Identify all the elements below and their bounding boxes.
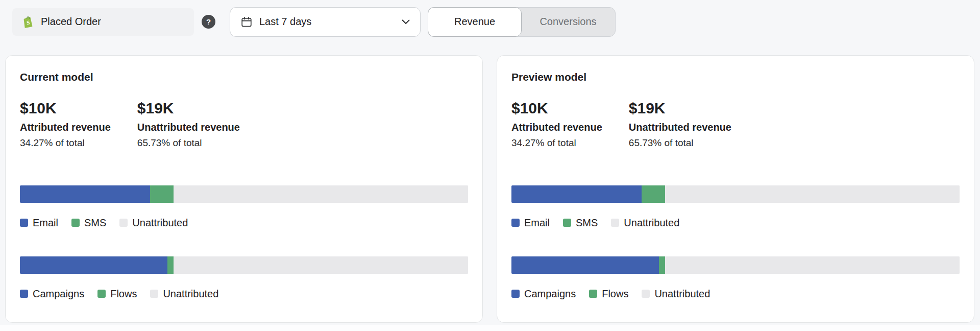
legend-label: Email xyxy=(33,217,58,229)
attributed-revenue-metric: $10K Attributed revenue 34.27% of total xyxy=(511,100,602,149)
metric-value: $10K xyxy=(511,100,602,117)
bar-segment-email xyxy=(20,185,150,203)
metric-title: Unattributed revenue xyxy=(629,122,731,133)
legend-label: Unattributed xyxy=(163,288,218,300)
legend-item-flows: Flows xyxy=(97,288,137,300)
toggle-revenue-button[interactable]: Revenue xyxy=(428,7,522,37)
legend-label: SMS xyxy=(84,217,106,229)
toolbar: S Placed Order ? Last 7 days Revenue Con… xyxy=(0,0,980,37)
metrics-row: $10K Attributed revenue 34.27% of total … xyxy=(511,100,960,149)
bar-segment-unattributed xyxy=(665,256,960,274)
legend-item-unattributed: Unattributed xyxy=(119,217,188,229)
bar-segment-unattributed xyxy=(665,185,960,203)
bar-segment-sms xyxy=(642,185,665,203)
legend-label: Flows xyxy=(110,288,137,300)
legend-label: Campaigns xyxy=(33,288,84,300)
legend-label: Unattributed xyxy=(132,217,188,229)
metric-subtext: 65.73% of total xyxy=(629,137,731,149)
metric-value: $10K xyxy=(20,100,111,117)
legend-label: Campaigns xyxy=(524,288,576,300)
legend-swatch-blue xyxy=(20,219,28,227)
metric-value: $19K xyxy=(137,100,240,117)
metric-subtext: 34.27% of total xyxy=(20,137,111,149)
toggle-conversions-button[interactable]: Conversions xyxy=(521,8,615,36)
metric-subtext: 34.27% of total xyxy=(511,137,602,149)
chevron-down-icon xyxy=(402,19,410,25)
legend-swatch-green xyxy=(97,290,106,298)
legend-swatch-gray xyxy=(150,290,158,298)
bar-segment-unattributed xyxy=(174,185,468,203)
bar-segment-flows xyxy=(167,256,174,274)
channel-attribution-bar xyxy=(20,185,468,203)
legend-item-email: Email xyxy=(20,217,58,229)
bar-segment-flows xyxy=(659,256,665,274)
metric-selector-pill[interactable]: S Placed Order xyxy=(12,8,194,36)
legend-item-unattributed: Unattributed xyxy=(642,288,710,300)
metric-label: Placed Order xyxy=(41,16,101,28)
legend-item-flows: Flows xyxy=(589,288,628,300)
legend-swatch-blue xyxy=(511,290,520,298)
metric-value: $19K xyxy=(629,100,731,117)
bar-segment-email xyxy=(511,185,642,203)
help-glyph: ? xyxy=(206,17,211,26)
bar-segment-sms xyxy=(150,185,174,203)
message-type-attribution-bar xyxy=(511,256,960,274)
metric-title: Attributed revenue xyxy=(511,122,602,133)
legend-item-email: Email xyxy=(511,217,550,229)
bar-segment-campaigns xyxy=(511,256,659,274)
legend-item-sms: SMS xyxy=(71,217,106,229)
current-model-card: Current model $10K Attributed revenue 34… xyxy=(5,55,483,323)
date-range-label: Last 7 days xyxy=(259,16,402,28)
legend-item-sms: SMS xyxy=(563,217,598,229)
metric-subtext: 65.73% of total xyxy=(137,137,240,149)
calendar-icon xyxy=(240,16,253,28)
card-title: Preview model xyxy=(511,71,960,83)
message-type-legend: CampaignsFlowsUnattributed xyxy=(511,288,960,300)
help-icon[interactable]: ? xyxy=(202,15,215,29)
card-title: Current model xyxy=(20,71,468,83)
shopify-icon: S xyxy=(20,15,35,29)
legend-label: SMS xyxy=(576,217,598,229)
channel-legend: EmailSMSUnattributed xyxy=(511,217,960,229)
legend-swatch-gray xyxy=(611,219,619,227)
legend-label: Flows xyxy=(602,288,628,300)
legend-label: Unattributed xyxy=(624,217,679,229)
legend-swatch-blue xyxy=(511,219,520,227)
bar-segment-unattributed xyxy=(174,256,468,274)
legend-label: Email xyxy=(524,217,550,229)
legend-swatch-green xyxy=(563,219,571,227)
model-comparison-cards: Current model $10K Attributed revenue 34… xyxy=(0,55,980,323)
next-section-edge xyxy=(0,325,980,331)
metric-title: Attributed revenue xyxy=(20,122,111,133)
preview-model-card: Preview model $10K Attributed revenue 34… xyxy=(497,55,974,323)
legend-item-campaigns: Campaigns xyxy=(20,288,84,300)
channel-legend: EmailSMSUnattributed xyxy=(20,217,468,229)
legend-label: Unattributed xyxy=(654,288,710,300)
metrics-row: $10K Attributed revenue 34.27% of total … xyxy=(20,100,468,149)
view-toggle: Revenue Conversions xyxy=(428,7,616,37)
channel-attribution-bar xyxy=(511,185,960,203)
unattributed-revenue-metric: $19K Unattributed revenue 65.73% of tota… xyxy=(137,100,240,149)
attributed-revenue-metric: $10K Attributed revenue 34.27% of total xyxy=(20,100,111,149)
legend-swatch-green xyxy=(589,290,597,298)
legend-swatch-blue xyxy=(20,290,28,298)
metric-title: Unattributed revenue xyxy=(137,122,240,133)
legend-swatch-gray xyxy=(119,219,128,227)
legend-swatch-gray xyxy=(642,290,650,298)
legend-item-unattributed: Unattributed xyxy=(150,288,218,300)
legend-item-campaigns: Campaigns xyxy=(511,288,576,300)
message-type-attribution-bar xyxy=(20,256,468,274)
message-type-legend: CampaignsFlowsUnattributed xyxy=(20,288,468,300)
legend-swatch-green xyxy=(71,219,80,227)
date-range-dropdown[interactable]: Last 7 days xyxy=(230,7,421,37)
unattributed-revenue-metric: $19K Unattributed revenue 65.73% of tota… xyxy=(629,100,731,149)
bar-segment-campaigns xyxy=(20,256,167,274)
legend-item-unattributed: Unattributed xyxy=(611,217,679,229)
